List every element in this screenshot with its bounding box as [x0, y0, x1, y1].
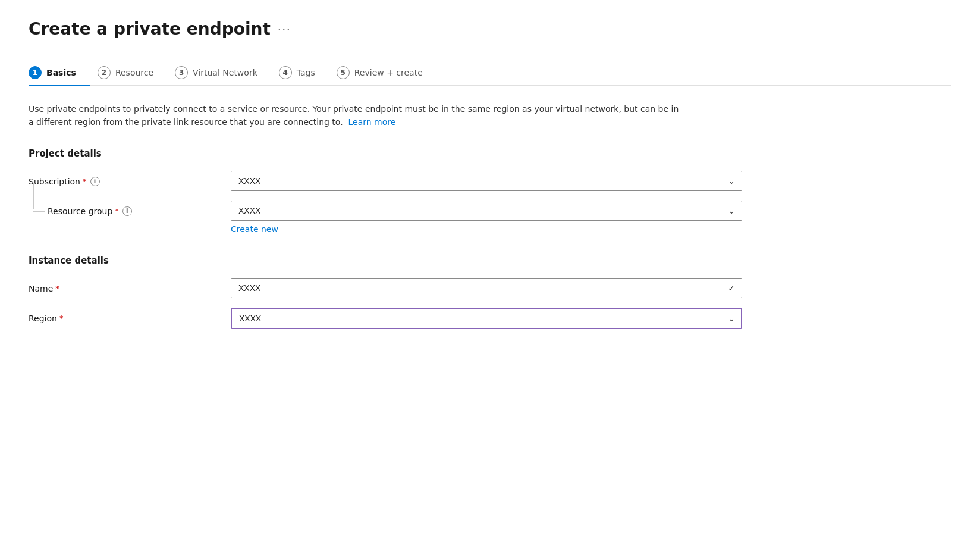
subscription-select-wrapper: XXXX ⌄	[231, 171, 742, 191]
step-circle-5: 5	[337, 66, 350, 79]
resource-group-select-wrapper: XXXX ⌄	[231, 201, 742, 221]
region-input-col: XXXX ⌄	[231, 308, 802, 329]
region-label: Region *	[29, 314, 231, 323]
step-circle-2: 2	[98, 66, 111, 79]
subscription-select[interactable]: XXXX	[231, 171, 742, 191]
resource-group-input-col: XXXX ⌄ Create new	[231, 201, 802, 234]
resource-group-row: Resource group * i XXXX ⌄ Create new	[29, 201, 802, 234]
step-circle-1: 1	[29, 66, 42, 79]
name-row: Name * XXXX ✓	[29, 278, 802, 298]
subscription-required-star: *	[83, 177, 87, 186]
region-row: Region * XXXX ⌄	[29, 308, 802, 329]
resource-group-label-col: Resource group * i	[29, 201, 231, 216]
subscription-label-col: Subscription * i	[29, 171, 231, 186]
description-text: Use private endpoints to privately conne…	[29, 102, 683, 129]
subscription-info-icon[interactable]: i	[90, 177, 100, 186]
learn-more-link[interactable]: Learn more	[348, 117, 396, 127]
subscription-input-col: XXXX ⌄	[231, 171, 802, 191]
instance-details-title: Instance details	[29, 255, 951, 266]
create-new-link[interactable]: Create new	[231, 224, 278, 234]
region-select[interactable]: XXXX	[231, 308, 742, 329]
resource-group-info-icon[interactable]: i	[122, 206, 132, 216]
page-title: Create a private endpoint	[29, 19, 271, 39]
tabs-row: 1 Basics 2 Resource 3 Virtual Network 4 …	[29, 60, 951, 86]
resource-group-select[interactable]: XXXX	[231, 201, 742, 221]
step-circle-4: 4	[279, 66, 292, 79]
project-details-section: Project details Subscription * i XXXX ⌄ …	[29, 148, 951, 234]
name-required-star: *	[55, 284, 59, 293]
instance-details-section: Instance details Name * XXXX ✓ Region *	[29, 255, 951, 329]
name-select[interactable]: XXXX	[231, 278, 742, 298]
name-input-col: XXXX ✓	[231, 278, 802, 298]
region-required-star: *	[59, 314, 64, 323]
project-details-title: Project details	[29, 148, 951, 159]
tab-review-create[interactable]: 5 Review + create	[337, 60, 437, 85]
name-label-col: Name *	[29, 278, 231, 293]
resource-group-label: Resource group * i	[48, 206, 231, 216]
tab-tags[interactable]: 4 Tags	[279, 60, 329, 85]
page-title-row: Create a private endpoint ···	[29, 19, 951, 39]
region-select-wrapper: XXXX ⌄	[231, 308, 742, 329]
resource-group-required-star: *	[115, 206, 119, 215]
subscription-label: Subscription * i	[29, 177, 231, 186]
name-label: Name *	[29, 284, 231, 293]
ellipsis-menu-button[interactable]: ···	[278, 22, 291, 36]
tab-virtual-network[interactable]: 3 Virtual Network	[175, 60, 272, 85]
subscription-row: Subscription * i XXXX ⌄	[29, 171, 802, 191]
tab-resource[interactable]: 2 Resource	[98, 60, 168, 85]
region-label-col: Region *	[29, 308, 231, 323]
name-select-wrapper: XXXX ✓	[231, 278, 742, 298]
tab-basics[interactable]: 1 Basics	[29, 60, 90, 85]
step-circle-3: 3	[175, 66, 188, 79]
